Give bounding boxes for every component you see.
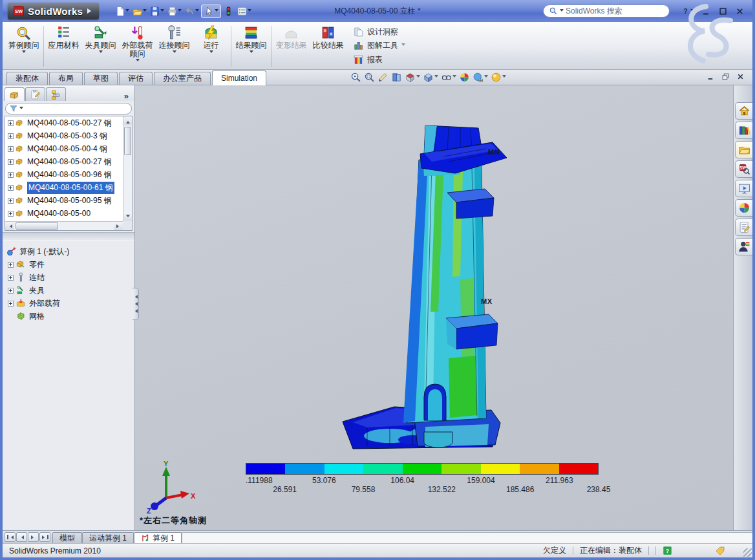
new-doc-button[interactable] [114,5,130,18]
tree-item[interactable]: MQ4040-08-05-00 [5,207,125,220]
study-root[interactable]: 算例 1 (-默认-) [4,245,133,258]
ribbon-button-apply-material[interactable]: 应用材料 [45,23,82,69]
ribbon-button-design-insight[interactable]: 设计洞察 [353,26,405,38]
close-button[interactable] [732,6,747,17]
display-style-button[interactable] [441,72,456,83]
undo-button[interactable] [184,5,200,18]
fea-model[interactable] [328,118,522,467]
doc-minimize-button[interactable] [707,72,715,83]
apply-scene-button[interactable] [473,72,488,83]
study-item-connections[interactable]: 连结 [4,271,133,284]
expand-plus-icon[interactable] [8,133,14,139]
doc-tab-运动算例 1[interactable]: 运动算例 1 [82,532,134,543]
tab-办公室产品[interactable]: 办公室产品 [154,72,211,85]
filter-dropdown-icon[interactable] [19,107,23,111]
expand-plus-icon[interactable] [8,211,14,217]
zoom-fit-button[interactable] [350,72,361,83]
taskpane-sw-search-button[interactable]: SW [735,160,752,178]
expand-plus-icon[interactable] [8,288,14,294]
study-item-mesh[interactable]: 网格 [4,310,133,323]
tree-horizontal-scrollbar[interactable] [5,221,123,230]
tree-item[interactable]: MQ4040-08-05-00-4 钢 [5,142,125,155]
view-settings-button[interactable] [491,72,506,83]
panel-tab-property-manager[interactable] [25,87,45,101]
tab-Simulation[interactable]: Simulation [212,70,266,85]
tree-item[interactable]: MQ4040-08-05-00-95 钢 [5,194,125,207]
hide-show-items-button[interactable] [391,72,402,83]
tab-评估[interactable]: 评估 [119,72,153,85]
expand-plus-icon[interactable] [8,198,14,204]
section-view-button[interactable] [405,72,420,83]
doc-tab-模型[interactable]: 模型 [52,532,82,543]
help-button[interactable]: ? [678,6,697,17]
maximize-button[interactable] [716,6,730,17]
taskpane-view-palette-button[interactable] [735,180,752,197]
panel-tab-feature-manager[interactable] [5,87,25,101]
tab-nav-prev-button[interactable] [16,532,27,542]
tree-filter-input[interactable] [5,103,132,114]
taskpane-forum-button[interactable] [735,238,752,255]
taskpane-custom-properties-button[interactable] [735,219,752,236]
select-button[interactable] [201,5,221,18]
expand-plus-icon[interactable] [8,262,14,268]
options-button[interactable] [236,5,252,18]
panel-tab-configuration-manager[interactable] [46,87,66,101]
tab-nav-first-button[interactable] [5,532,16,542]
taskpane-file-explorer-button[interactable] [735,141,752,158]
graphics-viewport[interactable]: MN MX .11198853.076106.04159.004211.9632… [135,85,733,530]
zoom-area-button[interactable] [364,72,375,83]
minimize-button[interactable] [699,6,714,17]
edit-appearance-button[interactable] [459,72,470,83]
quick-tip-help-icon[interactable]: ? [663,546,672,555]
ribbon-button-deformed-result[interactable]: 变形结果 [273,23,310,69]
scrollbar-thumb[interactable] [16,222,58,230]
taskpane-home-button[interactable] [735,102,752,120]
tree-item[interactable]: MQ4040-08-05-00-27 钢 [5,155,125,168]
ribbon-button-plot-tools[interactable]: 图解工具 [353,40,405,52]
expand-plus-icon[interactable] [8,146,14,152]
taskpane-design-library-button[interactable] [735,122,752,139]
app-logo[interactable]: SW SolidWorks [8,3,99,19]
doc-restore-button[interactable] [721,72,730,83]
ribbon-button-fixtures-advisor[interactable]: 夹具顾问 [82,23,119,69]
tab-装配体[interactable]: 装配体 [6,72,48,85]
ribbon-button-run[interactable]: 运行 [193,23,229,69]
ribbon-button-study-advisor[interactable]: 算例顾问 [5,23,42,69]
ribbon-button-connections-advisor[interactable]: 连接顾问 [156,23,193,69]
tree-item[interactable]: MQ4040-08-05-00-61 钢 [5,181,125,194]
doc-close-button[interactable] [736,72,745,83]
search-dropdown-icon[interactable] [560,9,564,14]
view-orientation-button[interactable] [423,72,438,83]
study-item-parts-folder[interactable]: 零件 [4,258,133,271]
menu-expand-arrow-icon[interactable] [87,8,94,14]
tree-item[interactable]: MQ4040-08-05-00-27 钢 [5,116,125,129]
tab-nav-next-button[interactable] [28,532,39,542]
tree-item[interactable]: MQ4040-08-05-00-3 钢 [5,129,125,142]
previous-view-button[interactable] [377,72,388,83]
expand-plus-icon[interactable] [8,120,14,126]
performance-button[interactable] [222,5,235,18]
ribbon-button-external-loads-advisor[interactable]: 外部载荷顾问 [119,23,156,69]
resize-grip[interactable] [743,548,752,557]
tags-icon[interactable] [715,546,725,556]
print-button[interactable] [166,5,182,18]
expand-plus-icon[interactable] [8,275,14,281]
ribbon-button-results-advisor[interactable]: 结果顾问 [233,23,270,69]
doc-tab-算例 1[interactable]: 算例 1 [134,532,182,543]
search-input[interactable]: SolidWorks 搜索 [543,5,670,17]
study-item-fixtures[interactable]: 夹具 [4,284,133,297]
expand-plus-icon[interactable] [8,185,14,191]
tree-vertical-scrollbar[interactable] [123,116,132,221]
tab-草图[interactable]: 草图 [84,72,118,85]
study-item-external-loads[interactable]: 外部载荷 [4,297,133,310]
expand-plus-icon[interactable] [8,301,14,307]
tab-布局[interactable]: 布局 [49,72,83,85]
expand-plus-icon[interactable] [8,159,14,165]
tree-item[interactable]: MQ4040-08-05-00-96 钢 [5,168,125,181]
ribbon-button-compare-results[interactable]: 比较结果 [310,23,346,69]
panel-splitter-handle[interactable] [133,288,139,320]
taskpane-appearances-button[interactable] [735,199,752,217]
panel-expand-chevron[interactable]: » [124,91,133,101]
expand-plus-icon[interactable] [8,172,14,178]
tab-nav-last-button[interactable] [39,532,50,542]
